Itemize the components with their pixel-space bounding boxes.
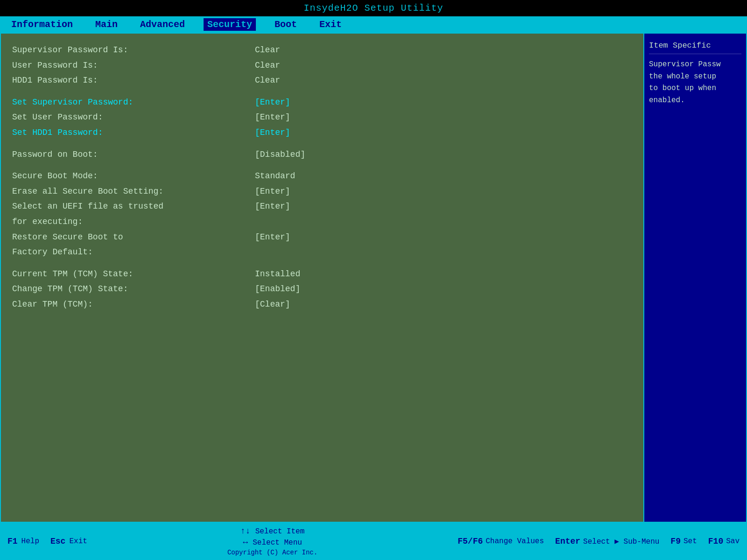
setting-row-19: Clear TPM (TCM):[Clear] [12, 297, 632, 312]
setting-value-11[interactable]: [Enter] [255, 184, 290, 199]
setting-value-4[interactable]: [Enter] [255, 95, 290, 110]
setting-label-6: Set HDD1 Password: [12, 126, 255, 140]
setting-row-14: Restore Secure Boot to[Enter] [12, 230, 632, 245]
setting-label-19: Clear TPM (TCM): [12, 297, 255, 312]
f1-desc: Help [21, 537, 39, 546]
setting-row-11: Erase all Secure Boot Setting:[Enter] [12, 184, 632, 199]
setting-value-17: Installed [255, 267, 300, 281]
setting-label-1: User Password Is: [12, 58, 255, 73]
setting-value-12[interactable]: [Enter] [255, 199, 290, 214]
bottom-bar: F1 Help Esc Exit ↑↓ Select Item ↔ Select… [0, 523, 747, 560]
setting-row-18: Change TPM (TCM) State:[Enabled] [12, 282, 632, 296]
f10-key: F10 [708, 537, 723, 546]
menu-item-main[interactable]: Main [92, 18, 121, 31]
panel-title: Item Specific [649, 39, 741, 54]
right-panel: Item Specific Supervisor Passwthe whole … [643, 34, 746, 522]
menu-item-advanced[interactable]: Advanced [136, 18, 189, 31]
spacer-16 [12, 260, 632, 267]
f1-help: F1 Help [7, 537, 39, 546]
setting-label-2: HDD1 Password Is: [12, 73, 255, 88]
setting-value-0: Clear [255, 43, 280, 57]
setting-label-4: Set Supervisor Password: [12, 95, 255, 110]
leftright-key: ↔ [243, 538, 248, 547]
f9-block: F9 Set [670, 537, 697, 546]
updown-key: ↑↓ [240, 526, 251, 536]
setting-row-13: for executing: [12, 215, 632, 229]
f10-block: F10 Sav [708, 537, 740, 546]
setting-value-8[interactable]: [Disabled] [255, 147, 305, 162]
f5f6-block: F5/F6 Change Values [458, 537, 544, 546]
menu-item-information[interactable]: Information [7, 18, 77, 31]
setting-value-19[interactable]: [Clear] [255, 297, 290, 312]
f9-key: F9 [670, 537, 681, 546]
f9-desc: Set [684, 537, 697, 546]
setting-value-14[interactable]: [Enter] [255, 230, 290, 245]
setting-label-0: Supervisor Password Is: [12, 43, 255, 57]
setting-value-5[interactable]: [Enter] [255, 110, 290, 125]
enter-key: Enter [555, 537, 580, 546]
setting-value-10: Standard [255, 169, 295, 183]
f1-key: F1 [7, 537, 18, 546]
spacer-7 [12, 141, 632, 147]
bottom-right-keys: F5/F6 Change Values Enter Select ▶ Sub-M… [458, 537, 740, 546]
leftright-desc: Select Menu [253, 539, 302, 547]
esc-desc: Exit [69, 537, 87, 546]
setting-row-17: Current TPM (TCM) State:Installed [12, 267, 632, 281]
f5f6-desc: Change Values [486, 537, 544, 546]
f5f6-key: F5/F6 [458, 537, 483, 546]
setting-value-2: Clear [255, 73, 280, 88]
title-bar: InsydeH2O Setup Utility [0, 0, 747, 16]
setting-label-15: Factory Default: [12, 245, 255, 259]
setting-row-12: Select an UEFI file as trusted[Enter] [12, 199, 632, 214]
f10-desc: Sav [726, 537, 740, 546]
setting-row-15: Factory Default: [12, 245, 632, 259]
left-panel: Supervisor Password Is:ClearUser Passwor… [1, 34, 643, 522]
setting-row-2: HDD1 Password Is:Clear [12, 73, 632, 88]
setting-label-11: Erase all Secure Boot Setting: [12, 184, 255, 199]
menu-item-security[interactable]: Security [204, 18, 256, 31]
menu-item-boot[interactable]: Boot [271, 18, 301, 31]
setting-row-10: Secure Boot Mode:Standard [12, 169, 632, 183]
setting-row-5: Set User Password:[Enter] [12, 110, 632, 125]
setting-label-10: Secure Boot Mode: [12, 169, 255, 183]
setting-row-0: Supervisor Password Is:Clear [12, 43, 632, 57]
setting-row-6: Set HDD1 Password:[Enter] [12, 126, 632, 140]
esc-exit: Esc Exit [50, 537, 87, 546]
setting-value-18[interactable]: [Enabled] [255, 282, 300, 296]
setting-label-5: Set User Password: [12, 110, 255, 125]
setting-value-6[interactable]: [Enter] [255, 126, 290, 140]
updown-desc: Select Item [255, 527, 305, 536]
setting-label-17: Current TPM (TCM) State: [12, 267, 255, 281]
panel-text: Supervisor Passwthe whole setupto boot u… [649, 59, 741, 106]
spacer-9 [12, 162, 632, 169]
setting-row-4: Set Supervisor Password:[Enter] [12, 95, 632, 110]
title-text: InsydeH2O Setup Utility [303, 3, 443, 14]
setting-label-14: Restore Secure Boot to [12, 230, 255, 245]
setting-label-12: Select an UEFI file as trusted [12, 199, 255, 214]
menu-bar: Information Main Advanced Security Boot … [0, 16, 747, 33]
setting-row-8: Password on Boot:[Disabled] [12, 147, 632, 162]
setting-label-18: Change TPM (TCM) State: [12, 282, 255, 296]
copyright: Copyright (C) Acer Inc. [99, 549, 446, 556]
setting-label-13: for executing: [12, 215, 255, 229]
content-area: Supervisor Password Is:ClearUser Passwor… [0, 33, 747, 523]
esc-key: Esc [50, 537, 65, 546]
spacer-3 [12, 89, 632, 95]
setting-label-8: Password on Boot: [12, 147, 255, 162]
enter-desc: Select ▶ Sub-Menu [583, 537, 659, 546]
setting-row-1: User Password Is:Clear [12, 58, 632, 73]
setting-value-1: Clear [255, 58, 280, 73]
menu-item-exit[interactable]: Exit [316, 18, 345, 31]
enter-block: Enter Select ▶ Sub-Menu [555, 537, 659, 546]
